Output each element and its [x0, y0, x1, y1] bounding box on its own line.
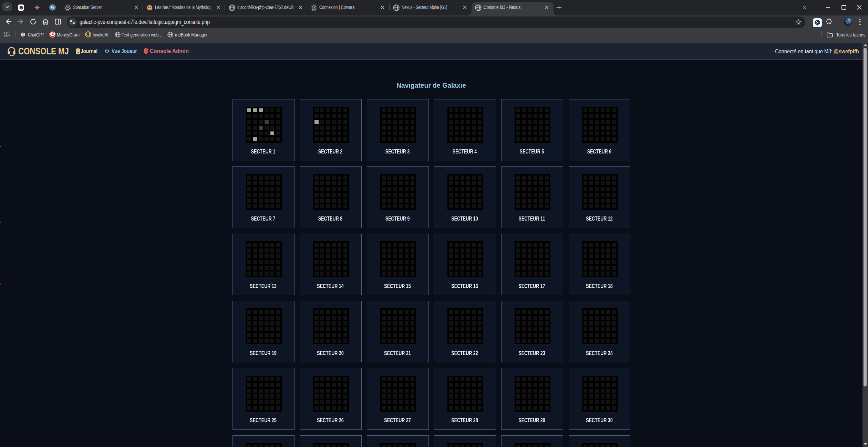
svg-text:W: W — [51, 6, 55, 10]
